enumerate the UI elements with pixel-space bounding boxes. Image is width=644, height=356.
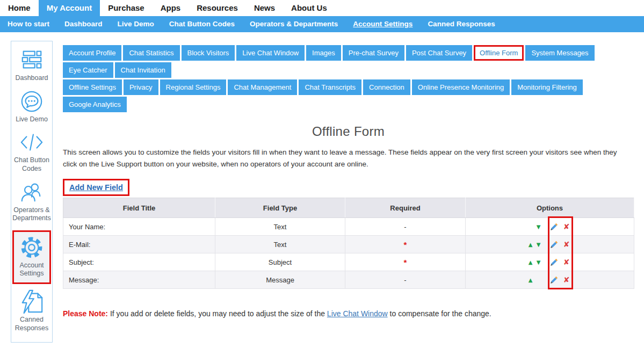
required-mark: * <box>404 240 407 249</box>
sub-nav-item-account-settings[interactable]: Account Settings <box>345 16 420 32</box>
reorder-arrows: ▲ <box>526 277 542 283</box>
reorder-arrows: ▲▼ <box>526 259 542 265</box>
sub-nav-item-how-to-start[interactable]: How to start <box>0 16 57 32</box>
options-controls: ▼✘ <box>466 223 634 231</box>
top-nav-item-news[interactable]: News <box>246 0 283 16</box>
tab-eye-catcher[interactable]: Eye Catcher <box>63 62 113 78</box>
move-up-icon[interactable]: ▲ <box>526 259 534 265</box>
live-chat-window-link[interactable]: Live Chat Window <box>327 309 388 318</box>
move-down-icon[interactable]: ▼ <box>534 242 542 248</box>
canned-responses-icon <box>19 289 44 314</box>
sidebar-item-live-demo[interactable]: Live Demo <box>11 89 52 124</box>
required-cell: * <box>345 253 466 271</box>
tab-block-visitors[interactable]: Block Visitors <box>182 45 235 61</box>
sub-nav-item-dashboard[interactable]: Dashboard <box>57 16 110 32</box>
top-nav-item-my-account[interactable]: My Account <box>39 0 100 16</box>
move-up-icon <box>526 224 534 230</box>
sidebar: DashboardLive DemoChat Button CodesOpera… <box>11 41 53 343</box>
field-type-cell: Subject <box>215 253 345 271</box>
tab-account-profile[interactable]: Account Profile <box>63 45 121 61</box>
field-type-cell: Message <box>215 271 345 289</box>
operators-icon <box>19 180 44 205</box>
tab-offline-settings[interactable]: Offline Settings <box>63 79 122 95</box>
sidebar-item-account-settings[interactable]: Account Settings <box>12 230 51 284</box>
tab-images[interactable]: Images <box>306 45 341 61</box>
move-up-icon[interactable]: ▲ <box>526 277 534 283</box>
edit-delete-icons: ✘ <box>548 241 571 249</box>
top-nav-item-about-us[interactable]: About Us <box>283 0 335 16</box>
sidebar-item-label: Canned Responses <box>11 316 52 332</box>
tab-privacy[interactable]: Privacy <box>124 79 158 95</box>
top-nav-item-resources[interactable]: Resources <box>189 0 246 16</box>
code-icon <box>19 130 44 155</box>
move-down-icon[interactable]: ▼ <box>534 259 542 265</box>
tab-post-chat-survey[interactable]: Post Chat Survey <box>406 45 472 61</box>
move-up-icon[interactable]: ▲ <box>526 242 534 248</box>
move-down-icon[interactable]: ▼ <box>534 224 542 230</box>
top-nav-item-home[interactable]: Home <box>0 0 39 16</box>
sub-nav-item-operators-departments[interactable]: Operators & Departments <box>242 16 345 32</box>
sub-nav: How to startDashboardLive DemoChat Butto… <box>0 16 644 32</box>
options-controls: ▲▼✘ <box>466 258 634 266</box>
edit-icon[interactable] <box>550 258 558 266</box>
sub-nav-item-canned-responses[interactable]: Canned Responses <box>420 16 502 32</box>
tab-regional-settings[interactable]: Regional Settings <box>160 79 227 95</box>
top-nav-item-purchase[interactable]: Purchase <box>100 0 153 16</box>
move-down-icon <box>534 277 542 283</box>
edit-icon[interactable] <box>550 223 558 231</box>
tab-chat-transcripts[interactable]: Chat Transcripts <box>299 79 361 95</box>
required-cell: - <box>345 271 466 289</box>
required-cell: - <box>345 218 466 236</box>
sidebar-item-chat-button-codes[interactable]: Chat Button Codes <box>11 130 52 173</box>
tab-live-chat-window[interactable]: Live Chat Window <box>236 45 305 61</box>
sidebar-item-label: Chat Button Codes <box>11 156 52 173</box>
tab-pre-chat-survey[interactable]: Pre-chat Survey <box>343 45 404 61</box>
tab-chat-invitation[interactable]: Chat Invitation <box>115 62 171 78</box>
edit-icon[interactable] <box>550 276 558 284</box>
fields-table: Field Title Field Type Required Options … <box>63 198 634 289</box>
sidebar-item-canned-responses[interactable]: Canned Responses <box>11 289 52 332</box>
live-demo-icon <box>19 89 44 114</box>
tab-google-analytics[interactable]: Google Analytics <box>63 97 127 112</box>
options-controls: ▲✘ <box>466 276 634 284</box>
tab-chat-management[interactable]: Chat Management <box>228 79 297 95</box>
tab-chat-statistics[interactable]: Chat Statistics <box>123 45 179 61</box>
delete-icon[interactable]: ✘ <box>563 223 570 230</box>
page-layout: DashboardLive DemoChat Button CodesOpera… <box>0 32 644 343</box>
header-required: Required <box>345 198 466 218</box>
sub-nav-item-live-demo[interactable]: Live Demo <box>110 16 162 32</box>
sidebar-item-label: Operators & Departments <box>11 206 52 223</box>
tab-connection[interactable]: Connection <box>363 79 410 95</box>
delete-icon[interactable]: ✘ <box>563 276 570 284</box>
dashboard-icon <box>19 48 44 72</box>
settings-tabs-row-2: Offline SettingsPrivacyRegional Settings… <box>63 79 634 114</box>
tab-system-messages[interactable]: System Messages <box>525 45 594 61</box>
edit-icon[interactable] <box>550 241 558 249</box>
sub-nav-item-chat-button-codes[interactable]: Chat Button Codes <box>162 16 242 32</box>
table-row: E-Mail:Text*▲▼✘ <box>63 236 634 253</box>
tab-monitoring-filtering[interactable]: Monitoring Filtering <box>511 79 583 95</box>
edit-delete-icons: ✘ <box>548 223 571 231</box>
tab-online-presence-monitoring[interactable]: Online Presence Monitoring <box>412 79 510 95</box>
tab-offline-form[interactable]: Offline Form <box>474 45 524 61</box>
field-title-cell: Subject: <box>63 253 215 271</box>
delete-icon[interactable]: ✘ <box>563 241 570 248</box>
edit-delete-icons: ✘ <box>548 258 571 266</box>
table-header-row: Field Title Field Type Required Options <box>63 198 634 218</box>
sidebar-item-label: Live Demo <box>16 115 48 124</box>
options-cell: ▼✘ <box>466 218 634 236</box>
required-mark: - <box>404 276 406 284</box>
gear-icon <box>19 235 44 260</box>
field-title-cell: E-Mail: <box>63 236 215 253</box>
add-new-field-annotation-box: Add New Field <box>63 179 129 196</box>
fields-table-body: Your Name:Text-▼✘E-Mail:Text*▲▼✘Subject:… <box>63 218 634 289</box>
sidebar-item-operators-departments[interactable]: Operators & Departments <box>11 180 52 223</box>
add-new-field-link[interactable]: Add New Field <box>69 183 123 192</box>
reorder-arrows: ▲▼ <box>526 242 542 248</box>
top-nav-item-apps[interactable]: Apps <box>153 0 189 16</box>
sidebar-item-dashboard[interactable]: Dashboard <box>11 48 52 83</box>
sidebar-item-label: Dashboard <box>15 74 48 83</box>
please-note: Please Note: If you add or delete fields… <box>63 309 634 318</box>
delete-icon[interactable]: ✘ <box>563 258 570 266</box>
settings-tabs-row-1: Account ProfileChat StatisticsBlock Visi… <box>63 45 634 79</box>
